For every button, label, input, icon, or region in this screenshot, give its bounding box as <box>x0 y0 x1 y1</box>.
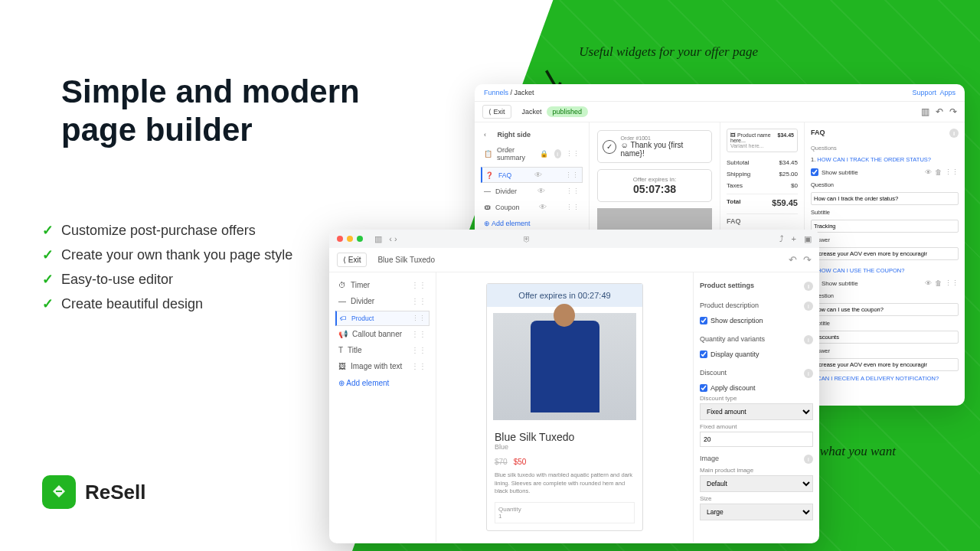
tabs-icon[interactable]: ▣ <box>804 234 812 244</box>
sidebar-item-image-with-text[interactable]: 🖼Image with text⋮⋮ <box>335 358 430 374</box>
feature-item: ✓Create beautiful design <box>42 295 292 312</box>
sidebar-item-timer[interactable]: ⏱Timer⋮⋮ <box>335 277 430 293</box>
quantity-value: 1 <box>498 513 501 520</box>
device-toggle-icon[interactable]: ▥ <box>921 106 929 117</box>
element-icon: — <box>484 187 491 195</box>
sidebar-item-product[interactable]: 🏷Product⋮⋮ <box>335 311 430 326</box>
timer-value: 05:07:38 <box>604 183 705 195</box>
maximize-icon[interactable] <box>357 236 363 242</box>
subtitle-input[interactable] <box>811 220 959 233</box>
sidebar-item-divider[interactable]: —Divider👁⋮⋮ <box>481 183 583 199</box>
product-summary-card: 🖼 Product name here...$34.45 Variant her… <box>727 129 798 152</box>
drag-icon[interactable]: ⋮⋮ <box>565 171 579 179</box>
sidebar-item-callout-banner[interactable]: 📢Callout banner⋮⋮ <box>335 326 430 342</box>
feature-item: ✓Create your own thank you page style <box>42 246 292 263</box>
check-icon: ✓ <box>42 246 54 263</box>
drag-icon[interactable]: ⋮⋮ <box>411 281 426 289</box>
info-icon[interactable]: i <box>554 149 562 158</box>
minimize-icon[interactable] <box>347 236 353 242</box>
collapse-toggle[interactable]: ‹ Right side <box>481 127 583 142</box>
eye-icon[interactable]: 👁 <box>925 168 932 176</box>
sidebar-item-divider[interactable]: —Divider⋮⋮ <box>335 293 430 309</box>
breadcrumb: Funnels / Jacket Support Apps <box>475 84 965 102</box>
eye-icon[interactable]: 👁 <box>537 187 545 195</box>
check-icon: ✓ <box>42 295 54 312</box>
mac-titlebar: ▥ ‹ › ⛨ ⤴+▣ <box>329 230 819 248</box>
fixed-amount-input[interactable] <box>700 432 813 447</box>
add-icon[interactable]: + <box>792 234 796 244</box>
exit-button[interactable]: ⟨ Exit <box>337 253 367 267</box>
check-icon: ✓ <box>42 222 54 239</box>
undo-icon[interactable]: ↶ <box>936 106 943 117</box>
main-image-select[interactable]: Default <box>700 475 813 492</box>
thank-you-heading: ☺ Thank you {first name}! <box>621 141 707 158</box>
subtitle-input[interactable] <box>811 331 959 344</box>
info-icon[interactable]: i <box>804 369 813 378</box>
drag-icon[interactable]: ⋮⋮ <box>945 168 959 176</box>
undo-icon[interactable]: ↶ <box>789 254 797 266</box>
size-select[interactable]: Large <box>700 504 813 520</box>
share-icon[interactable]: ⤴ <box>779 234 784 244</box>
sidebar-item-coupon[interactable]: 🎟Coupon👁⋮⋮ <box>481 199 583 215</box>
apply-discount-checkbox[interactable] <box>700 384 707 392</box>
product-name: Blue Silk Tuxedo <box>495 431 635 443</box>
feature-item: ✓Customize post-purchase offers <box>42 222 292 239</box>
eye-icon[interactable]: 👁 <box>539 203 547 211</box>
check-circle-icon: ✓ <box>603 140 616 154</box>
element-icon: 📋 <box>484 150 492 158</box>
check-icon: ✓ <box>42 271 54 288</box>
editor-window-front: ▥ ‹ › ⛨ ⤴+▣ ⟨ Exit Blue Silk Tuxedo ↶ ↷ … <box>329 230 819 543</box>
price-discounted: $50 <box>514 458 527 466</box>
drag-icon[interactable]: ⋮⋮ <box>566 187 580 195</box>
drag-icon[interactable]: ⋮⋮ <box>566 204 580 211</box>
answer-input[interactable] <box>811 358 959 371</box>
question-input[interactable] <box>811 303 959 316</box>
close-icon[interactable] <box>337 236 343 242</box>
feature-item: ✓Easy-to-use editor <box>42 271 292 288</box>
info-icon[interactable]: i <box>804 302 813 311</box>
element-icon: 🏷 <box>340 315 347 322</box>
drag-icon[interactable]: ⋮⋮ <box>566 150 580 158</box>
show-description-checkbox[interactable] <box>700 317 707 324</box>
info-icon[interactable]: i <box>949 129 959 138</box>
add-element-button[interactable]: ⊕ Add element <box>335 374 430 392</box>
show-subtitle-checkbox[interactable] <box>811 168 818 176</box>
drag-icon[interactable]: ⋮⋮ <box>412 315 426 322</box>
display-quantity-checkbox[interactable] <box>700 350 707 358</box>
support-link[interactable]: Support <box>912 89 936 96</box>
drag-icon[interactable]: ⋮⋮ <box>411 330 426 338</box>
answer-input[interactable] <box>811 247 959 260</box>
info-icon[interactable]: i <box>804 282 813 291</box>
headline-line1: Simple and modern <box>61 73 360 111</box>
discount-type-select[interactable]: Fixed amount <box>700 403 813 420</box>
exit-button[interactable]: ⟨ Exit <box>482 105 511 119</box>
drag-icon[interactable]: ⋮⋮ <box>411 362 426 370</box>
tab-jacket[interactable]: Jacket <box>522 108 542 116</box>
trash-icon[interactable]: 🗑 <box>935 279 942 287</box>
sidebar: ⏱Timer⋮⋮—Divider⋮⋮🏷Product⋮⋮📢Callout ban… <box>329 272 436 542</box>
resell-icon <box>42 475 76 509</box>
sidebar-item-faq[interactable]: ❓FAQ👁⋮⋮ <box>481 167 583 183</box>
drag-icon[interactable]: ⋮⋮ <box>411 346 426 354</box>
element-icon: ❓ <box>485 171 494 179</box>
price-original: $70 <box>495 458 508 466</box>
feature-list: ✓Customize post-purchase offers✓Create y… <box>42 214 292 320</box>
info-icon[interactable]: i <box>804 455 813 464</box>
element-icon: — <box>338 297 346 305</box>
trash-icon[interactable]: 🗑 <box>935 168 942 176</box>
eye-icon[interactable]: 👁 <box>534 171 542 179</box>
question-input[interactable] <box>811 192 959 205</box>
redo-icon[interactable]: ↷ <box>803 254 812 266</box>
sidebar-item-title[interactable]: TTitle⋮⋮ <box>335 342 430 358</box>
sidebar-item-order-summary[interactable]: 📋Order summary🔒 i⋮⋮ <box>481 142 583 165</box>
apps-link[interactable]: Apps <box>939 89 956 96</box>
drag-icon[interactable]: ⋮⋮ <box>411 297 426 305</box>
drag-icon[interactable]: ⋮⋮ <box>945 279 959 287</box>
eye-icon[interactable]: 👁 <box>925 279 932 287</box>
redo-icon[interactable]: ↷ <box>949 106 957 117</box>
info-icon[interactable]: i <box>804 335 813 344</box>
breadcrumb-root[interactable]: Funnels <box>484 89 508 96</box>
product-offer-card: Offer expires in 00:27:49 Blue Silk Tuxe… <box>486 283 643 531</box>
status-badge: published <box>547 106 589 117</box>
product-variant: Blue <box>495 443 635 451</box>
